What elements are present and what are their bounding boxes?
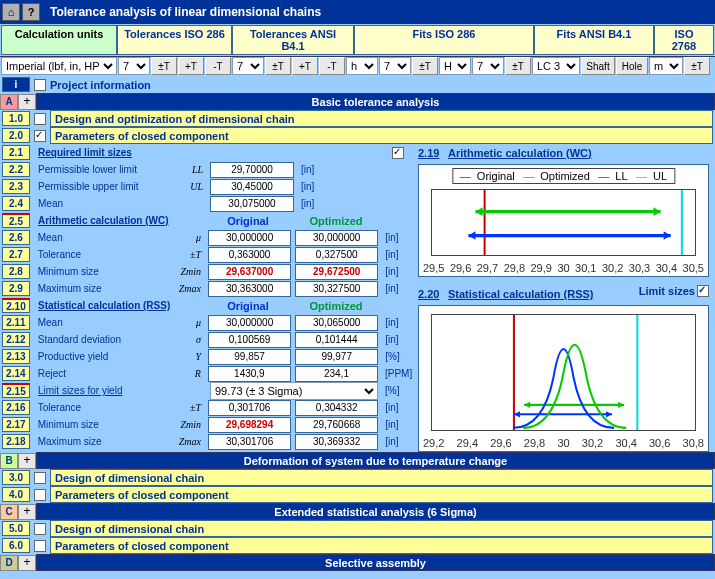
fit-pmT-button[interactable]: ±T [412, 57, 438, 75]
idx-2.4: 2.4 [2, 196, 30, 211]
sc-reject-orig: 1430,9 [208, 366, 291, 382]
section-D-tag[interactable]: D [0, 555, 18, 571]
ac-min-orig: 29,637000 [208, 264, 291, 280]
ansi-mT-button[interactable]: -T [319, 57, 345, 75]
col-optimized2: Optimized [294, 300, 378, 312]
idx-2.0: 2.0 [2, 128, 30, 143]
sc-min-opt: 29,760668 [295, 417, 378, 433]
shaft-button[interactable]: Shaft [581, 57, 615, 75]
limit-sizes-label: Limit sizes [639, 285, 695, 297]
lower-limit-label: Permissible lower limit [34, 164, 172, 175]
toolbar-controls: Imperial (lbf, in, HP…) 7 ±T +T -T 7 ±T … [0, 57, 715, 76]
req-limit-checkbox[interactable] [392, 147, 404, 159]
sc-max-opt: 30,369332 [295, 434, 378, 450]
stat-calc-heading: Statistical calculation (RSS) [34, 300, 202, 311]
iso2768-pmT-button[interactable]: ±T [684, 57, 710, 75]
chart1-legend: —Original —Optimized —LL —UL [452, 168, 675, 184]
col-original: Original [206, 215, 290, 227]
s3-checkbox[interactable] [34, 472, 46, 484]
tol-ansi-grade[interactable]: 7 [232, 57, 264, 75]
section-A-tag[interactable]: A [0, 94, 18, 110]
tol-iso-grade[interactable]: 7 [118, 57, 150, 75]
s6-checkbox[interactable] [34, 540, 46, 552]
fit-h-grade[interactable]: 7 [379, 57, 411, 75]
sc-yield-orig: 99,857 [208, 349, 291, 365]
section-C-tag[interactable]: C [0, 504, 18, 520]
fits-ansi-label: Fits ANSI B4.1 [534, 25, 654, 55]
iso-mT-button[interactable]: -T [205, 57, 231, 75]
fit-h-select[interactable]: h [346, 57, 378, 75]
help-icon[interactable]: ? [22, 3, 40, 21]
section-B-tag[interactable]: B [0, 453, 18, 469]
svg-marker-6 [468, 231, 475, 240]
upper-limit-label: Permissible upper limit [34, 181, 172, 192]
svg-marker-15 [618, 402, 624, 408]
ac-tol-orig: 0,363000 [208, 247, 291, 263]
limit-sizes-checkbox[interactable] [697, 285, 709, 297]
idx-2.15: 2.15 [2, 383, 30, 398]
projinfo-label: Project information [50, 79, 151, 91]
params-closed-checkbox[interactable] [34, 130, 46, 142]
ac-tol-opt: 0,327500 [295, 247, 378, 263]
iso-pT-button[interactable]: +T [178, 57, 204, 75]
sc-sd-orig: 0,100569 [208, 332, 291, 348]
ac-max-opt: 30,327500 [295, 281, 378, 297]
idx-2.7: 2.7 [2, 247, 30, 262]
fit-H-select[interactable]: H [439, 57, 471, 75]
hole-button[interactable]: Hole [616, 57, 648, 75]
section-B-title: Deformation of system due to temperature… [36, 452, 715, 469]
sigma-select[interactable]: 99.73 (± 3 Sigma) [210, 382, 378, 400]
sc-min-orig: 29,698294 [208, 417, 291, 433]
idx-2.2: 2.2 [2, 162, 30, 177]
lower-limit-value[interactable]: 29,70000 [210, 162, 294, 178]
s3-label: Design of dimensional chain [50, 469, 713, 486]
idx-2.6: 2.6 [2, 230, 30, 245]
fit-H-grade[interactable]: 7 [472, 57, 504, 75]
chart2-title: Statistical calculation (RSS) [448, 288, 593, 300]
sc-tol-orig: 0,301706 [208, 400, 291, 416]
app-icon[interactable]: ⌂ [2, 3, 20, 21]
lc-select[interactable]: LC 3 [532, 57, 580, 75]
units-select[interactable]: Imperial (lbf, in, HP…) [1, 57, 117, 75]
col-optimized: Optimized [294, 215, 378, 227]
idx-2.12: 2.12 [2, 332, 30, 347]
svg-marker-7 [664, 231, 671, 240]
idx-1.0: 1.0 [2, 111, 30, 126]
fit-H-pmT-button[interactable]: ±T [505, 57, 531, 75]
chart1-title: Arithmetic calculation (WC) [448, 147, 592, 159]
section-B-expand[interactable]: + [18, 453, 36, 469]
idx-3.0: 3.0 [2, 470, 30, 485]
ac-max-label: Maximum size [34, 283, 171, 294]
title-bar: ⌂ ? Tolerance analysis of linear dimensi… [0, 0, 715, 24]
ansi-pmT-button[interactable]: ±T [265, 57, 291, 75]
req-limit-heading: Required limit sizes [34, 147, 172, 158]
ac-mean-orig: 30,000000 [208, 230, 291, 246]
idx-2.16: 2.16 [2, 400, 30, 415]
ac-mean-opt: 30,000000 [295, 230, 378, 246]
iso2768-label: ISO 2768 [654, 25, 714, 55]
section-D-expand[interactable]: + [18, 555, 36, 571]
idx-2.8: 2.8 [2, 264, 30, 279]
app-title: Tolerance analysis of linear dimensional… [42, 5, 321, 19]
idx-2.9: 2.9 [2, 281, 30, 296]
lower-limit-sym: LL [176, 164, 206, 175]
idx-5.0: 5.0 [2, 521, 30, 536]
idx-6.0: 6.0 [2, 538, 30, 553]
projinfo-checkbox[interactable] [34, 79, 46, 91]
s4-checkbox[interactable] [34, 489, 46, 501]
ansi-pT-button[interactable]: +T [292, 57, 318, 75]
section-C-title: Extended statistical analysis (6 Sigma) [36, 503, 715, 520]
iso-pmT-button[interactable]: ±T [151, 57, 177, 75]
section-C-expand[interactable]: + [18, 504, 36, 520]
arith-chart: —Original —Optimized —LL —UL 29,529,629,… [418, 164, 709, 277]
section-A-expand[interactable]: + [18, 94, 36, 110]
iso2768-select[interactable]: m [649, 57, 683, 75]
s5-checkbox[interactable] [34, 523, 46, 535]
design-chain-checkbox[interactable] [34, 113, 46, 125]
mean-value: 30,075000 [210, 196, 294, 212]
idx-4.0: 4.0 [2, 487, 30, 502]
ac-min-opt: 29,672500 [295, 264, 378, 280]
chart1-axis: 29,529,629,729,829,93030,130,230,330,430… [419, 262, 708, 274]
upper-limit-value[interactable]: 30,45000 [210, 179, 294, 195]
ac-tol-label: Tolerance [34, 249, 171, 260]
